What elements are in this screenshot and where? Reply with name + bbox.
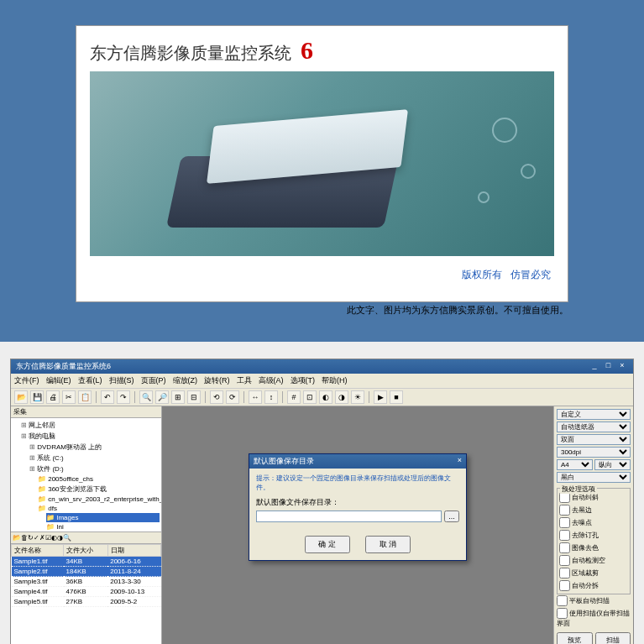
toolbar-button[interactable]: ☀: [351, 390, 364, 404]
option-自动分拆[interactable]: 自动分拆: [559, 579, 628, 592]
table-row[interactable]: Sample2.tif184KB2011-8-24: [12, 567, 161, 577]
toolbar-button[interactable]: ⊡: [303, 390, 317, 404]
file-toolbar-button[interactable]: ◐: [51, 534, 57, 542]
file-toolbar-button[interactable]: ☑: [45, 534, 51, 542]
group-title: 预处理选项: [560, 484, 597, 494]
save-dir-input[interactable]: [256, 510, 442, 522]
toolbar-button[interactable]: 🖨: [46, 390, 60, 404]
tree-node[interactable]: 📁 dfs: [38, 504, 160, 513]
toolbar-button[interactable]: 💾: [30, 390, 44, 404]
toolbar-button[interactable]: ⟲: [210, 390, 223, 404]
maximize-button[interactable]: □: [602, 361, 614, 369]
image-viewer: 默认图像保存目录 × 提示：建议设定一个固定的图像目录来保存扫描或处理后的图像文…: [162, 406, 553, 644]
tree-node[interactable]: 软件 (D:): [29, 463, 160, 474]
menu-item[interactable]: 工具: [237, 376, 252, 385]
toolbar-button[interactable]: ▶: [374, 390, 387, 404]
toolbar-button[interactable]: ↷: [117, 390, 130, 404]
tree-node[interactable]: 📁 Ini: [46, 522, 160, 531]
check-option[interactable]: 平板自动扫描: [557, 594, 631, 607]
app-title-text: 东方信腾影像质量监控系统: [90, 44, 291, 62]
file-toolbar-button[interactable]: ↻: [28, 534, 34, 542]
option-图像去色[interactable]: 图像去色: [559, 542, 628, 554]
option-去黑边[interactable]: 去黑边: [559, 504, 628, 516]
orient-select[interactable]: 纵向: [594, 459, 631, 470]
table-row[interactable]: Sample1.tif34KB2006-6-16: [12, 557, 161, 567]
toolbar-button[interactable]: ↔: [249, 390, 262, 404]
menu-item[interactable]: 选项(T): [291, 376, 316, 385]
option-自动检测空[interactable]: 自动检测空: [559, 554, 628, 567]
toolbar-button[interactable]: ◑: [335, 390, 348, 404]
file-toolbar-button[interactable]: ✗: [39, 534, 45, 542]
file-list[interactable]: 文件名称文件大小日期Sample1.tif34KB2006-6-16Sample…: [11, 544, 161, 644]
table-row[interactable]: Sample3.tif36KB2013-3-30: [12, 577, 161, 587]
folder-tree[interactable]: 网上邻居我的电脑DVDRAM驱动器 上的系统 (C:)软件 (D:)📁 2005…: [11, 418, 161, 531]
toolbar-button[interactable]: ↕: [264, 390, 278, 404]
tree-node[interactable]: 📁 2005office_chs: [38, 474, 160, 484]
feeder-select[interactable]: 自动送纸器: [557, 421, 631, 432]
dialog-close-button[interactable]: ×: [458, 456, 462, 467]
window-title: 东方信腾影像质量监控系统6: [16, 361, 111, 372]
menu-item[interactable]: 编辑(E): [46, 376, 71, 385]
menu-item[interactable]: 页面(P): [141, 376, 166, 385]
browse-button[interactable]: ...: [444, 510, 459, 522]
option-区域裁剪[interactable]: 区域裁剪: [559, 567, 628, 579]
check-option[interactable]: 使用扫描仪自带扫描界面: [557, 607, 631, 629]
dialog-titlebar: 默认图像保存目录 ×: [249, 454, 466, 469]
color-select[interactable]: 黑白: [557, 472, 631, 483]
splash-panel: 东方信腾影像质量监控系统 6 版权所有 仿冒必究 此文字、图片均为东方信腾实景原…: [0, 0, 644, 342]
side-select[interactable]: 双面: [557, 434, 631, 445]
menu-item[interactable]: 查看(L): [78, 376, 102, 385]
left-pane: 采集 网上邻居我的电脑DVDRAM驱动器 上的系统 (C:)软件 (D:)📁 2…: [11, 406, 162, 644]
option-去除订孔[interactable]: 去除订孔: [559, 529, 628, 542]
profile-select[interactable]: 自定义: [557, 409, 631, 420]
copyright-text: 版权所有: [462, 269, 502, 280]
file-toolbar-button[interactable]: ◑: [57, 534, 63, 542]
menu-item[interactable]: 旋转(R): [204, 376, 230, 385]
version-number: 6: [301, 36, 313, 64]
file-toolbar-button[interactable]: 🗑: [21, 534, 28, 542]
table-row[interactable]: Sample5.tif27KB2009-5-2: [12, 597, 161, 607]
file-toolbar-button[interactable]: ✓: [34, 534, 39, 542]
file-toolbar-button[interactable]: 🔍: [63, 534, 71, 542]
toolbar-button[interactable]: ⟳: [226, 390, 239, 404]
toolbar-button[interactable]: ✂: [62, 390, 76, 404]
tree-node[interactable]: DVDRAM驱动器 上的: [29, 442, 160, 453]
toolbar-button[interactable]: 📋: [78, 390, 92, 404]
tree-node[interactable]: 系统 (C:): [29, 453, 160, 463]
toolbar-button[interactable]: 🔍: [139, 390, 153, 404]
menu-item[interactable]: 帮助(H): [322, 376, 348, 385]
column-header[interactable]: 日期: [107, 545, 160, 557]
toolbar-button[interactable]: ↶: [101, 390, 114, 404]
size-select[interactable]: A4: [557, 459, 593, 470]
tree-node[interactable]: 我的电脑: [21, 431, 160, 442]
tree-node[interactable]: 网上邻居: [21, 420, 160, 431]
toolbar-button[interactable]: #: [287, 390, 301, 404]
toolbar-button[interactable]: 📂: [14, 390, 28, 404]
tree-node[interactable]: 📁 Images: [46, 513, 160, 522]
toolbar-button[interactable]: ⊟: [187, 390, 201, 404]
minimize-button[interactable]: _: [589, 361, 600, 369]
dialog-ok-button[interactable]: 确 定: [305, 536, 350, 553]
toolbar-button[interactable]: ◐: [319, 390, 332, 404]
toolbar-button[interactable]: ■: [390, 390, 403, 404]
column-header[interactable]: 文件大小: [64, 545, 108, 557]
dialog-cancel-button[interactable]: 取 消: [365, 536, 411, 553]
menu-item[interactable]: 高级(A): [259, 376, 284, 385]
menu-item[interactable]: 扫描(S): [109, 376, 134, 385]
tree-node[interactable]: 📁 360安全浏览器下载: [38, 484, 160, 495]
menu-item[interactable]: 文件(F): [14, 376, 39, 385]
menu-item[interactable]: 缩放(Z): [173, 376, 198, 385]
preprocess-group: 预处理选项自动纠斜去黑边去噪点去除订孔图像去色自动检测空区域裁剪自动分拆: [557, 488, 631, 594]
dpi-select[interactable]: 300dpi: [557, 447, 631, 458]
toolbar-button[interactable]: 🔎: [155, 390, 169, 404]
table-row[interactable]: Sample4.tif476KB2009-10-13: [12, 587, 161, 597]
splash-title: 东方信腾影像质量监控系统 6: [76, 26, 568, 71]
option-去噪点[interactable]: 去噪点: [559, 516, 628, 529]
预览-button[interactable]: 预览: [557, 632, 593, 644]
file-toolbar-button[interactable]: 📂: [13, 534, 21, 542]
扫描-button[interactable]: 扫描: [595, 632, 631, 644]
close-button[interactable]: ×: [616, 361, 628, 369]
column-header[interactable]: 文件名称: [12, 545, 64, 557]
tree-node[interactable]: 📁 cn_win_srv_2003_r2_enterprise_with_sp2: [38, 495, 160, 504]
toolbar-button[interactable]: ⊞: [171, 390, 185, 404]
